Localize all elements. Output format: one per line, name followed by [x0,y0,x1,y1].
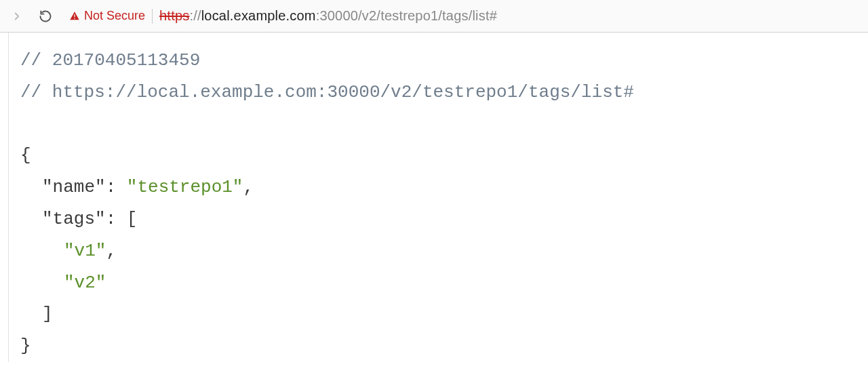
bracket-open: [ [127,209,138,229]
forward-button[interactable] [7,6,27,26]
comment-line: // https://local.example.com:30000/v2/te… [20,77,863,108]
json-line: "v2" [20,267,863,299]
address-bar[interactable]: Not Secure https://local.example.com:300… [64,5,861,27]
toolbar-divider [152,9,153,24]
url-scheme: https [159,8,189,23]
json-line: { [20,140,863,172]
brace-open: { [20,145,31,165]
reload-button[interactable] [35,6,56,26]
json-line: "v1", [20,235,863,267]
colon: : [106,177,117,197]
colon: : [106,209,117,229]
json-viewer: // 20170405113459 // https://local.examp… [0,33,868,362]
comma: , [106,241,117,261]
json-string: "v1" [64,241,106,261]
comma: , [243,177,254,197]
url-path: /v2/testrepo1/tags/list# [358,8,497,23]
comment-line: // 20170405113459 [20,45,863,77]
json-key: "name" [42,177,106,197]
warning-icon [69,11,80,22]
json-string: "v2" [64,273,106,293]
svg-rect-0 [74,14,75,17]
browser-toolbar: Not Secure https://local.example.com:300… [0,0,868,33]
url-separator: :// [189,8,201,23]
json-key: "tags" [42,209,106,229]
url-text: https://local.example.com:30000/v2/testr… [159,8,497,24]
gutter-line [8,33,9,362]
bracket-close: ] [42,304,53,324]
security-indicator[interactable]: Not Secure [69,9,145,23]
json-line: } [20,330,863,362]
url-port: :30000 [316,8,358,23]
security-label: Not Secure [84,9,145,23]
json-line: "name": "testrepo1", [20,172,863,203]
svg-rect-1 [74,18,75,18]
url-host: local.example.com [201,8,316,23]
json-line: ] [20,298,863,330]
json-line: "tags": [ [20,203,863,235]
blank-line [20,108,863,140]
json-string: "testrepo1" [127,177,243,197]
brace-close: } [20,336,31,356]
